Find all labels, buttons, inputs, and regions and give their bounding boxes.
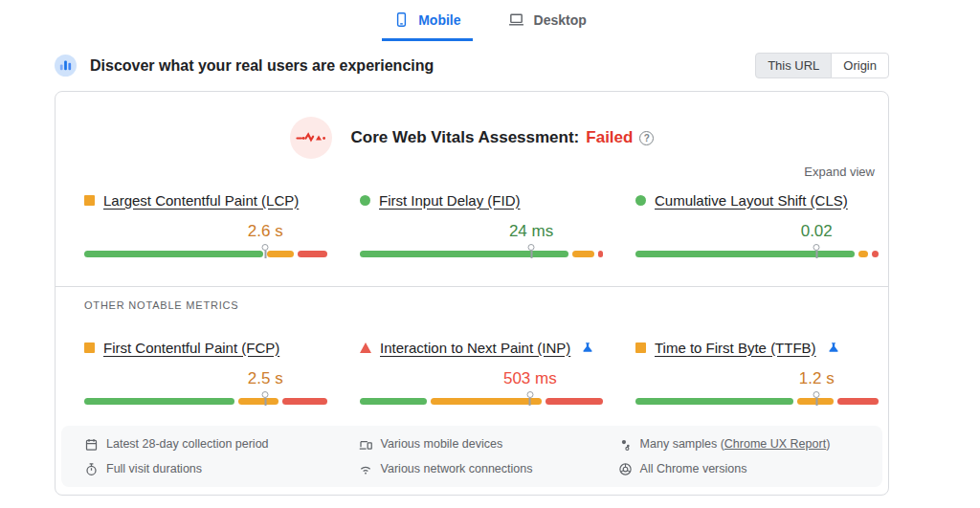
tab-desktop-label: Desktop — [534, 12, 587, 28]
vitals-sparkline-icon — [290, 117, 332, 159]
metric-title-link[interactable]: First Contentful Paint (FCP) — [103, 340, 279, 356]
footnote-item: Latest 28-day collection period — [84, 433, 358, 454]
metric-bullet-icon — [360, 342, 371, 353]
needs-improvement-segment — [267, 251, 294, 257]
metric-value: 503 ms — [503, 369, 557, 388]
origin-button[interactable]: Origin — [831, 53, 889, 78]
distribution-bar — [635, 251, 879, 257]
metric-bullet-icon — [84, 342, 95, 353]
tab-mobile[interactable]: Mobile — [382, 4, 472, 41]
metric-cls: Cumulative Layout Shift (CLS) 0.02 — [635, 188, 879, 263]
metric-bullet-icon — [635, 342, 646, 353]
good-segment — [84, 398, 234, 405]
chrome-icon — [618, 462, 633, 476]
page-title: Discover what your real users are experi… — [90, 57, 755, 75]
platform-tabs: Mobile Desktop — [0, 0, 980, 41]
p75-marker — [262, 244, 269, 258]
cwv-assessment: Core Web Vitals Assessment: Failed ? — [56, 92, 888, 159]
data-footnotes: Latest 28-day collection period Various … — [61, 426, 882, 487]
footnote-text: Many samples (Chrome UX Report) — [640, 433, 831, 454]
needs-improvement-segment — [572, 251, 594, 257]
needs-improvement-segment — [858, 251, 868, 257]
good-segment — [84, 251, 263, 257]
metric-title-link[interactable]: Cumulative Layout Shift (CLS) — [655, 192, 848, 209]
metric-value: 0.02 — [801, 222, 833, 241]
laptop-icon — [507, 11, 525, 28]
poor-segment — [837, 398, 879, 405]
expand-view-link[interactable]: Expand view — [804, 165, 875, 179]
wifi-icon — [358, 462, 373, 476]
metric-value: 24 ms — [509, 222, 553, 241]
poor-segment — [872, 251, 879, 257]
metric-fcp: First Contentful Paint (FCP) 2.5 s — [84, 336, 327, 410]
field-data-card: Core Web Vitals Assessment: Failed ? Exp… — [55, 91, 889, 496]
p75-marker — [262, 391, 269, 406]
samples-icon — [618, 437, 633, 452]
metric-ttfb: Time to First Byte (TTFB) 1.2 s — [635, 336, 879, 410]
stopwatch-icon — [84, 462, 99, 476]
assessment-title: Core Web Vitals Assessment: — [351, 128, 580, 147]
footnote-item: Many samples (Chrome UX Report) — [618, 433, 865, 454]
other-metrics-label: OTHER NOTABLE METRICS — [56, 287, 888, 311]
distribution-bar — [360, 251, 603, 257]
scope-toggle: This URL Origin — [755, 53, 889, 78]
this-url-button[interactable]: This URL — [755, 53, 832, 78]
footnote-text: Various network connections — [381, 458, 533, 479]
p75-marker — [813, 391, 820, 406]
good-segment — [360, 398, 427, 405]
metric-lcp: Largest Contentful Paint (LCP) 2.6 s — [84, 188, 327, 263]
metric-title-link[interactable]: Largest Contentful Paint (LCP) — [103, 192, 299, 209]
metric-bullet-icon — [635, 195, 646, 206]
metric-bullet-icon — [360, 195, 370, 206]
poor-segment — [282, 398, 327, 405]
poor-segment — [298, 251, 327, 257]
metric-value: 2.5 s — [248, 369, 283, 388]
p75-marker — [813, 244, 820, 258]
distribution-bar — [84, 398, 327, 405]
needs-improvement-segment — [238, 398, 278, 405]
needs-improvement-segment — [431, 398, 541, 405]
metric-bullet-icon — [84, 195, 95, 206]
metric-title-link[interactable]: Interaction to Next Paint (INP) — [380, 340, 570, 356]
chrome-ux-report-link[interactable]: Chrome UX Report — [724, 437, 826, 451]
help-icon[interactable]: ? — [639, 131, 654, 145]
footnote-item: Full visit durations — [84, 458, 358, 479]
metric-value: 2.6 s — [248, 222, 283, 241]
metric-inp: Interaction to Next Paint (INP) 503 ms — [360, 336, 603, 410]
assessment-status: Failed — [586, 128, 633, 147]
distribution-bar — [360, 398, 603, 405]
tab-desktop[interactable]: Desktop — [496, 4, 598, 41]
field-data-header: Discover what your real users are experi… — [55, 53, 889, 78]
devices-icon — [358, 437, 373, 452]
distribution-bar — [635, 398, 879, 405]
p75-marker — [528, 244, 535, 258]
poor-segment — [598, 251, 603, 257]
p75-marker — [526, 391, 533, 406]
field-data-icon — [55, 55, 77, 77]
good-segment — [360, 251, 568, 257]
footnote-text: Latest 28-day collection period — [106, 433, 269, 454]
metric-fid: First Input Delay (FID) 24 ms — [360, 188, 603, 263]
calendar-icon — [84, 437, 99, 452]
tab-mobile-label: Mobile — [418, 12, 460, 28]
footnote-item: All Chrome versions — [618, 458, 865, 479]
other-metrics-grid: First Contentful Paint (FCP) 2.5 s Inter… — [56, 311, 888, 426]
smartphone-icon — [393, 11, 410, 28]
experimental-flask-icon[interactable] — [581, 341, 594, 354]
good-segment — [635, 398, 793, 405]
footnote-text: Various mobile devices — [381, 433, 503, 454]
experimental-flask-icon[interactable] — [827, 341, 840, 354]
footnote-item: Various network connections — [358, 458, 618, 479]
footnote-text: Full visit durations — [106, 458, 202, 479]
metric-title-link[interactable]: First Input Delay (FID) — [379, 192, 521, 209]
metric-title-link[interactable]: Time to First Byte (TTFB) — [655, 340, 816, 356]
good-segment — [635, 251, 855, 257]
footnote-text: All Chrome versions — [640, 458, 747, 479]
poor-segment — [546, 398, 603, 405]
metric-value: 1.2 s — [799, 369, 835, 388]
core-metrics-grid: Largest Contentful Paint (LCP) 2.6 s Fir… — [56, 179, 888, 286]
footnote-item: Various mobile devices — [358, 433, 618, 454]
distribution-bar — [84, 251, 327, 257]
